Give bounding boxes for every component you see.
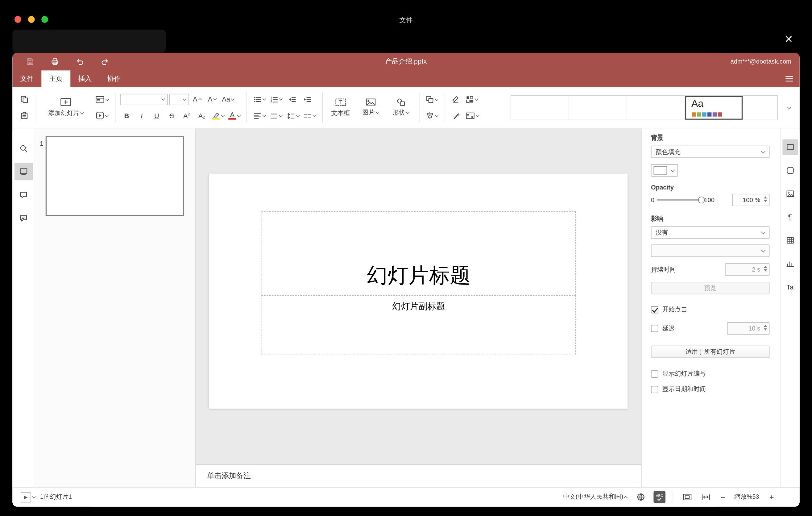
decrease-font-button[interactable]: A bbox=[205, 93, 219, 106]
decrease-indent-button[interactable] bbox=[285, 93, 299, 106]
font-name-select[interactable] bbox=[120, 93, 168, 105]
vertical-align-button[interactable] bbox=[268, 109, 284, 122]
sidebar-slides-button[interactable] bbox=[14, 163, 33, 180]
slide-size-button[interactable] bbox=[464, 109, 480, 122]
slide-title-placeholder[interactable]: 幻灯片标题 bbox=[262, 211, 576, 295]
chevron-down-icon bbox=[475, 97, 478, 100]
preview-button[interactable]: 预览 bbox=[651, 282, 770, 294]
chart-settings-tab[interactable] bbox=[782, 256, 798, 271]
slide-layout-button[interactable] bbox=[94, 93, 110, 106]
slide-settings-tab[interactable] bbox=[782, 140, 798, 155]
show-date-time-checkbox[interactable] bbox=[651, 386, 658, 393]
color-scheme-button[interactable] bbox=[464, 93, 480, 106]
delay-checkbox[interactable] bbox=[651, 325, 658, 332]
undo-button[interactable] bbox=[73, 56, 87, 68]
line-spacing-button[interactable] bbox=[285, 109, 300, 122]
zoom-in-button[interactable]: + bbox=[767, 492, 776, 501]
underline-button[interactable]: U bbox=[150, 109, 164, 122]
superscript-button[interactable]: A2 bbox=[180, 109, 194, 122]
background-fill-select[interactable]: 颜色填充 bbox=[651, 146, 770, 158]
chevron-down-icon[interactable] bbox=[32, 495, 35, 498]
paragraph-settings-tab[interactable] bbox=[782, 209, 798, 225]
save-button[interactable] bbox=[24, 56, 37, 68]
spinner-arrows-icon[interactable] bbox=[764, 325, 767, 330]
add-slide-button[interactable]: 添加幻灯片 bbox=[41, 89, 91, 126]
fit-slide-button[interactable] bbox=[683, 493, 692, 501]
copy-button[interactable] bbox=[18, 93, 31, 106]
insert-image-button[interactable]: 图片 bbox=[357, 89, 384, 126]
tab-file[interactable]: 文件 bbox=[12, 70, 41, 87]
tab-insert[interactable]: 插入 bbox=[70, 70, 99, 87]
spinner-arrows-icon[interactable] bbox=[764, 196, 767, 202]
spell-check-toggle[interactable]: ABC bbox=[654, 491, 665, 503]
textart-settings-tab[interactable] bbox=[782, 279, 798, 295]
spinner-arrows-icon[interactable] bbox=[764, 266, 767, 271]
slide-canvas[interactable]: 幻灯片标题 幻灯片副标题 bbox=[209, 173, 628, 409]
duration-input[interactable]: 2 s bbox=[725, 263, 770, 276]
bold-button[interactable]: B bbox=[120, 109, 134, 122]
shape-settings-tab[interactable] bbox=[782, 163, 798, 178]
start-slideshow-status-button[interactable]: ▶ bbox=[21, 492, 31, 503]
dimmed-background-panel bbox=[12, 30, 166, 53]
horizontal-align-button[interactable] bbox=[252, 109, 267, 122]
start-on-click-row: 开始点击 bbox=[651, 305, 770, 314]
paste-button[interactable] bbox=[18, 109, 31, 122]
effect-type-select[interactable] bbox=[651, 245, 770, 257]
increase-indent-button[interactable] bbox=[300, 93, 314, 106]
zoom-out-button[interactable]: − bbox=[719, 492, 727, 501]
highlight-color-button[interactable] bbox=[210, 109, 226, 122]
arrange-shape-button[interactable] bbox=[424, 93, 439, 106]
change-case-button[interactable]: Aa bbox=[220, 93, 235, 106]
theme-option-3[interactable] bbox=[627, 96, 685, 119]
fit-width-button[interactable] bbox=[701, 493, 710, 501]
insert-shape-button[interactable]: 形状 bbox=[387, 89, 414, 126]
notes-area[interactable]: 单击添加备注 bbox=[196, 464, 641, 487]
align-shape-button[interactable] bbox=[424, 109, 439, 122]
theme-option-1[interactable] bbox=[511, 96, 569, 119]
delay-input[interactable]: 10 s bbox=[727, 322, 770, 335]
effect-select[interactable]: 没有 bbox=[651, 227, 770, 239]
toolbar-divider bbox=[36, 93, 36, 122]
menu-button[interactable] bbox=[779, 70, 800, 87]
close-icon[interactable]: × bbox=[781, 31, 796, 47]
font-color-button[interactable]: A bbox=[227, 109, 241, 122]
strikethrough-button[interactable]: S bbox=[165, 109, 179, 122]
font-size-select[interactable] bbox=[169, 93, 189, 105]
columns-button[interactable] bbox=[302, 109, 317, 122]
theme-gallery-expand-button[interactable] bbox=[781, 95, 794, 120]
bullet-list-button[interactable] bbox=[252, 93, 267, 106]
subscript-button[interactable]: A2 bbox=[195, 109, 208, 122]
background-color-picker[interactable] bbox=[651, 164, 678, 176]
redo-button[interactable] bbox=[98, 56, 111, 68]
tab-collaboration[interactable]: 协作 bbox=[99, 70, 128, 87]
start-on-click-checkbox[interactable] bbox=[651, 306, 658, 313]
color-swatch bbox=[654, 166, 667, 175]
copy-style-button[interactable] bbox=[449, 109, 462, 122]
sidebar-search-button[interactable] bbox=[14, 140, 33, 157]
opacity-slider-knob[interactable] bbox=[698, 197, 705, 203]
insert-textbox-button[interactable]: T 文本框 bbox=[327, 89, 354, 126]
slide-subtitle-placeholder[interactable]: 幻灯片副标题 bbox=[262, 295, 576, 354]
numbered-list-button[interactable]: 123 bbox=[268, 93, 284, 106]
image-settings-tab[interactable] bbox=[782, 186, 798, 202]
sidebar-chat-button[interactable] bbox=[14, 209, 33, 227]
start-slideshow-button[interactable] bbox=[94, 109, 110, 122]
italic-button[interactable]: I bbox=[135, 109, 148, 122]
slide-thumbnail-1[interactable] bbox=[46, 136, 184, 216]
apply-to-all-slides-button[interactable]: 适用于所有幻灯片 bbox=[651, 346, 770, 358]
tab-home[interactable]: 主页 bbox=[41, 70, 70, 87]
clear-style-button[interactable] bbox=[449, 93, 462, 106]
theme-option-2[interactable] bbox=[569, 96, 627, 119]
theme-option-selected[interactable]: Aa bbox=[685, 96, 743, 119]
table-settings-tab[interactable] bbox=[782, 233, 798, 248]
print-button[interactable] bbox=[48, 56, 62, 68]
sidebar-comments-button[interactable] bbox=[14, 186, 33, 204]
opacity-input[interactable]: 100 % bbox=[732, 194, 770, 206]
increase-font-button[interactable]: A bbox=[190, 93, 204, 106]
insert-group: T 文本框 图片 形状 bbox=[327, 89, 414, 126]
language-selector[interactable]: 中文(中华人民共和国) bbox=[563, 492, 627, 501]
opacity-slider[interactable] bbox=[657, 199, 701, 200]
set-document-language-button[interactable] bbox=[636, 492, 645, 501]
show-slide-number-checkbox[interactable] bbox=[651, 370, 658, 377]
vertical-align-icon bbox=[270, 112, 278, 120]
